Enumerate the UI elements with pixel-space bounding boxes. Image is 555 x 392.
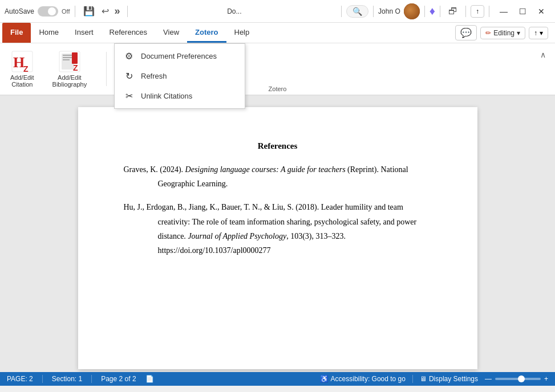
share-button-ribbon[interactable]: ↑ ▾ (529, 27, 548, 39)
editing-dropdown-icon: ▾ (517, 29, 520, 37)
refresh-item[interactable]: ↻ Refresh (115, 66, 245, 86)
svg-rect-6 (63, 57, 73, 58)
ref2-italic: Journal of Applied Psychology (188, 232, 286, 240)
document-page: References Graves, K. (2024). Designing … (78, 107, 477, 369)
more-commands-button[interactable]: » (112, 5, 123, 17)
status-sep3 (412, 375, 413, 383)
pencil-icon: ✏ (485, 29, 491, 37)
add-edit-bibliography-icon: Z (58, 50, 81, 73)
unlink-citations-item[interactable]: ✂ Unlink Citations (115, 86, 245, 106)
zoom-slider[interactable] (495, 378, 541, 380)
share-icon: ↑ (476, 7, 479, 15)
accessibility-icon: ♿ (320, 375, 329, 383)
share-button[interactable]: ↑ (471, 5, 484, 18)
avatar[interactable] (404, 3, 420, 19)
tab-insert[interactable]: Insert (67, 23, 102, 43)
tab-view[interactable]: View (155, 23, 187, 43)
unlink-citations-icon: ✂ (123, 91, 135, 101)
references-title: References (124, 141, 432, 151)
ribbon-tabs: File Home Insert References View Zotero … (0, 23, 555, 43)
tab-references[interactable]: References (102, 23, 155, 43)
document-preferences-icon: ⚙ (123, 51, 135, 62)
diamond-icon: ♦ (430, 5, 435, 18)
page-count-label: Page 2 of 2 (101, 375, 136, 383)
reference-entry-1: Graves, K. (2024). Designing language co… (124, 162, 432, 191)
section-label: Section: 1 (52, 375, 82, 383)
svg-text:Z: Z (23, 64, 29, 73)
avatar-image (404, 3, 420, 19)
search-box[interactable]: 🔍 (346, 5, 368, 18)
sep1 (75, 6, 75, 17)
page-count-status[interactable]: Page 2 of 2 (101, 375, 136, 383)
comment-button[interactable]: 💬 (455, 25, 477, 40)
status-sep2 (91, 375, 92, 383)
share-chevron: ▾ (540, 29, 543, 37)
accessibility-status[interactable]: ♿ Accessibility: Good to go (320, 375, 406, 383)
document-preferences-label: Document Preferences (141, 52, 217, 60)
section-status[interactable]: Section: 1 (52, 375, 82, 383)
undo-button[interactable]: ↩ (98, 3, 112, 19)
dropdown-menu: ⚙ Document Preferences ↻ Refresh ✂ Unlin… (114, 43, 245, 109)
page-icon: 📄 (145, 375, 154, 383)
display-settings-label: Display Settings (429, 375, 478, 383)
ref1-before-italic: Graves, K. (2024). (124, 165, 185, 174)
display-settings-icon: 🖥 (420, 375, 427, 383)
svg-rect-8 (72, 52, 78, 64)
status-sep1 (42, 375, 43, 383)
page-label: PAGE: 2 (7, 375, 33, 383)
page-number-status[interactable]: PAGE: 2 (7, 375, 33, 383)
reference-entry-2: Hu, J., Erdogan, B., Jiang, K., Bauer, T… (124, 200, 432, 258)
refresh-label: Refresh (141, 72, 167, 80)
tab-file[interactable]: File (2, 23, 31, 43)
sep8 (489, 6, 489, 17)
document-area: References Graves, K. (2024). Designing … (0, 96, 555, 372)
tab-help[interactable]: Help (226, 23, 258, 43)
autosave-label: AutoSave (5, 7, 34, 15)
refresh-icon: ↻ (123, 71, 135, 81)
svg-rect-7 (63, 59, 70, 60)
save-button[interactable]: 💾 (80, 3, 98, 19)
autosave-toggle[interactable] (38, 6, 58, 17)
add-edit-bibliography-button[interactable]: Z Add/EditBibliography (49, 48, 91, 90)
maximize-button[interactable]: ☐ (513, 5, 532, 18)
accessibility-label: Accessibility: Good to go (331, 375, 406, 383)
editing-label: Editing (493, 29, 515, 37)
toggle-state-label: Off (62, 8, 70, 15)
collapse-ribbon-button[interactable]: ∧ (536, 48, 550, 62)
close-button[interactable]: ✕ (532, 5, 550, 18)
add-edit-citation-button[interactable]: H Z Add/EditCitation (7, 48, 38, 90)
search-icon: 🔍 (353, 7, 362, 16)
title-bar: AutoSave Off 💾 ↩ » Do... 🔍 John O ♦ 🗗 ↑ … (0, 0, 555, 23)
restore-window-button[interactable]: 🗗 (445, 4, 461, 19)
ribbon-divider1 (106, 52, 107, 86)
user-info: John O (378, 3, 420, 19)
svg-text:Z: Z (73, 63, 78, 72)
status-right: ♿ Accessibility: Good to go 🖥 Display Se… (320, 375, 548, 383)
zoom-minus-icon[interactable]: — (485, 375, 492, 383)
autosave-section: AutoSave Off (5, 6, 70, 17)
minimize-button[interactable]: — (494, 5, 513, 18)
sep6 (440, 6, 440, 17)
tab-zotero[interactable]: Zotero (187, 23, 226, 43)
zoom-plus-icon[interactable]: + (544, 375, 548, 383)
ref1-italic: Designing language courses: A guide for … (185, 165, 346, 174)
sep3 (341, 6, 342, 17)
sep4 (373, 6, 374, 17)
ribbon-group-label: Zotero (0, 85, 555, 92)
editing-button[interactable]: ✏ Editing ▾ (480, 27, 525, 39)
zoom-control[interactable]: — + (485, 375, 548, 383)
share-icon-ribbon: ↑ (534, 29, 537, 37)
tab-home[interactable]: Home (31, 23, 67, 43)
sep2 (127, 6, 128, 17)
document-title: Do... (132, 7, 337, 15)
add-edit-citation-icon: H Z (11, 50, 34, 73)
svg-rect-5 (63, 55, 73, 56)
user-name-label: John O (378, 7, 400, 15)
page-icon-status[interactable]: 📄 (145, 375, 154, 383)
document-preferences-item[interactable]: ⚙ Document Preferences (115, 46, 245, 66)
display-settings-status[interactable]: 🖥 Display Settings (420, 375, 478, 383)
toggle-knob (48, 7, 56, 15)
ribbon-content: H Z Add/EditCitation Z Add/EditBibliogra… (0, 43, 555, 95)
sep5 (424, 6, 425, 17)
unlink-citations-label: Unlink Citations (141, 92, 192, 100)
